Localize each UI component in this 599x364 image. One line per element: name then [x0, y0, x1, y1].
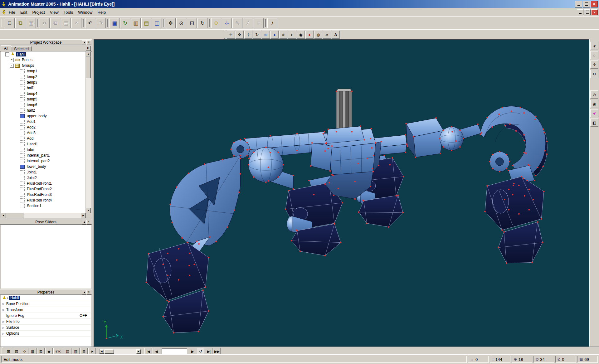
render-button[interactable]: ◫ [152, 18, 162, 28]
property-row[interactable]: Ignore Fog OFF [1, 313, 91, 319]
tree-item[interactable]: internal_part2 [1, 158, 86, 164]
properties-object-row[interactable]: ▾ Hahli [1, 295, 91, 301]
scroll-left-button[interactable]: ◀ [1, 213, 6, 218]
tree-item[interactable]: PlusRodFront4 [1, 197, 86, 203]
bone-mode-tool[interactable]: ➤ [590, 109, 598, 117]
sphere-mode-button[interactable]: ● [270, 31, 279, 39]
title-bar[interactable]: Animation Master 2005 - Hahli - [HAHLI [… [0, 0, 599, 8]
close-button[interactable]: × [591, 1, 598, 7]
tree-item[interactable]: tube [1, 147, 86, 153]
zoom-tool-button[interactable]: ⊙ [176, 18, 186, 28]
scroll-thumb[interactable] [6, 213, 24, 218]
mirror-mode-button[interactable]: ◐ [288, 31, 296, 39]
scroll-left-button[interactable]: ◀ [100, 349, 104, 354]
panel-collapse-button[interactable]: ▴ [82, 40, 87, 45]
tree-item[interactable]: half1 [1, 85, 86, 91]
tree-item[interactable]: Joint2 [1, 175, 86, 181]
hide-mode-tool[interactable]: ◧ [590, 119, 598, 127]
scroll-right-button[interactable]: ▶ [81, 213, 86, 218]
translate-manipulator-button[interactable]: ✥ [236, 31, 244, 39]
property-row[interactable]: ▷ File Info [1, 319, 91, 325]
info-button[interactable]: ≡ [254, 18, 264, 28]
tree-item[interactable]: - Hahli [1, 51, 86, 57]
tree-item[interactable]: PlusRodFront2 [1, 186, 86, 192]
mdi-restore-button[interactable] [584, 9, 591, 15]
property-row[interactable]: ▷ Options [1, 331, 91, 337]
tree-item[interactable]: temp3 [1, 80, 86, 85]
mdi-close-button[interactable]: × [591, 9, 598, 15]
dropdown-icon[interactable]: ▾ [7, 297, 8, 299]
menu-item[interactable]: Edit [18, 9, 30, 16]
tree-item[interactable]: Add3 [1, 130, 86, 136]
refresh-button[interactable]: ↻ [120, 18, 130, 28]
redo-button[interactable]: ↷ [96, 18, 106, 28]
library-button[interactable]: ▥ [131, 18, 141, 28]
panel-collapse-button[interactable]: ▴ [82, 220, 87, 225]
lock-cp-button[interactable]: ◉ [297, 31, 305, 39]
world-axis-button[interactable]: ⊕ [262, 31, 270, 39]
tree-item[interactable]: - Groups [1, 63, 86, 68]
scroll-thumb[interactable] [86, 56, 91, 78]
undo-button[interactable]: ↶ [85, 18, 95, 28]
tree-item[interactable]: + Bones [1, 57, 86, 63]
property-value[interactable]: OFF [80, 313, 91, 318]
expand-arrow-icon[interactable]: ▷ [2, 332, 6, 335]
panel-collapse-button[interactable]: ▴ [82, 290, 87, 295]
tree-item[interactable]: Add [1, 136, 86, 141]
tree-item[interactable]: PlusRodFront3 [1, 192, 86, 197]
save-button[interactable]: ▦ [26, 18, 36, 28]
separator[interactable] [83, 19, 84, 27]
separator[interactable] [265, 19, 266, 27]
images-button[interactable]: ▤ [141, 18, 151, 28]
properties-header[interactable]: Properties ▴ × [0, 289, 92, 295]
scroll-right-button[interactable]: ▶ [136, 349, 141, 354]
copy-button[interactable]: ⧉ [50, 18, 60, 28]
tree-item[interactable]: Add2 [1, 124, 86, 130]
pose-sliders-header[interactable]: Pose Sliders ▴ × [0, 219, 92, 225]
edit-tool-button[interactable]: ✎ [232, 18, 242, 28]
separator[interactable] [107, 19, 108, 27]
document-icon[interactable] [1, 10, 6, 15]
grid-snap-button[interactable]: # [279, 31, 287, 39]
separator[interactable] [209, 19, 210, 27]
timeline-track[interactable] [104, 349, 136, 354]
property-row[interactable]: ▷ Surface [1, 325, 91, 331]
separator[interactable] [163, 19, 164, 27]
text-tool-button[interactable]: A [332, 31, 340, 39]
frame-input[interactable] [162, 348, 187, 355]
menu-item[interactable]: Help [95, 9, 108, 16]
tree-item[interactable]: PlusRodFront1 [1, 181, 86, 186]
new-window-button[interactable]: ▣ [110, 18, 119, 28]
property-row[interactable]: ▷ Bone Position [1, 301, 91, 307]
toolbar-grip[interactable] [2, 19, 3, 27]
manipulator-button[interactable]: ⊹ [222, 18, 232, 28]
tree-item[interactable]: temp2 [1, 74, 86, 80]
scroll-up-button[interactable]: ▲ [86, 51, 91, 56]
globe-button[interactable]: ◍ [314, 31, 322, 39]
menu-item[interactable]: Window [75, 9, 95, 16]
select-tool[interactable]: ➤ [590, 42, 598, 50]
link-button[interactable]: ∞ [323, 31, 331, 39]
menu-item[interactable]: Project [30, 9, 47, 16]
property-row[interactable]: ▷ Transform [1, 307, 91, 313]
expand-arrow-icon[interactable]: ▷ [2, 320, 6, 323]
character-button[interactable]: ☺ [211, 18, 221, 28]
open-button[interactable]: ⧉ [15, 18, 25, 28]
restore-button[interactable] [583, 1, 590, 7]
tree-expander[interactable]: + [10, 58, 14, 62]
menu-item[interactable]: View [47, 9, 61, 16]
tree-item[interactable]: internal_part1 [1, 153, 86, 158]
tree-item[interactable]: Joint1 [1, 169, 86, 175]
scale-manipulator-button[interactable]: ⊹ [244, 31, 252, 39]
panel-close-button[interactable]: × [86, 40, 91, 45]
menu-item[interactable]: File [6, 9, 18, 16]
rotate-manipulator-button[interactable]: ↻ [253, 31, 261, 39]
panel-close-button[interactable]: × [86, 290, 91, 295]
lasso-tool[interactable]: ◌ [590, 51, 598, 59]
expand-arrow-icon[interactable]: ▷ [2, 326, 6, 329]
tree-expander[interactable]: - [10, 64, 14, 68]
tree-item[interactable]: Hand1 [1, 141, 86, 147]
panel-close-button[interactable]: × [86, 220, 91, 225]
delete-button[interactable]: × [71, 18, 81, 28]
cut-button[interactable]: ✂ [40, 18, 50, 28]
